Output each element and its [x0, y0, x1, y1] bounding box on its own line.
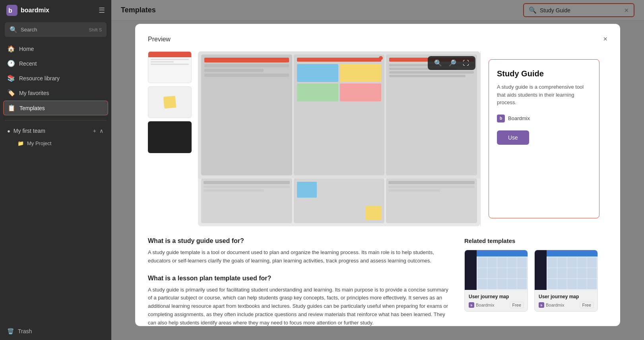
- recent-icon: 🕐: [7, 60, 15, 67]
- modal-overlay: Preview ×: [111, 0, 644, 340]
- trash-icon: 🗑️: [7, 328, 14, 334]
- boardmix-logo-icon: b: [6, 5, 17, 16]
- related-card-image-2: [535, 250, 597, 290]
- main-content: Templates 🔍 ✕ Preview ×: [111, 0, 644, 340]
- thumb-content: [148, 57, 191, 68]
- ujm-sidebar: [465, 250, 477, 290]
- rel-author-logo-2: b: [539, 302, 544, 308]
- what-section-title: What is a study guide used for?: [148, 237, 448, 245]
- ujm-grid-2: [547, 256, 597, 290]
- sidebar-item-templates[interactable]: 📋 Templates: [3, 101, 108, 115]
- related-card-name-1: User journey map: [469, 294, 524, 299]
- related-title: Related templates: [464, 237, 607, 244]
- related-card-image-1: [465, 250, 528, 290]
- rel-author-name-2: Boardmix: [546, 303, 564, 307]
- team-name: My first team: [14, 128, 45, 134]
- preview-modal: Preview ×: [135, 24, 620, 326]
- zoom-in-button[interactable]: 🔍: [431, 58, 445, 68]
- trash-label: Trash: [18, 328, 32, 334]
- sidebar-item-favorites[interactable]: 🏷️ My favorites: [3, 86, 108, 100]
- sidebar-item-label: Home: [19, 46, 34, 52]
- ujm-sidebar-2: [535, 250, 547, 290]
- related-card-info-2: User journey map b Boardmix Free: [535, 290, 597, 311]
- rel-author-name-1: Boardmix: [476, 303, 494, 307]
- related-card-2[interactable]: User journey map b Boardmix Free: [534, 250, 598, 312]
- related-author-2: b Boardmix: [539, 302, 564, 308]
- search-icon: 🔍: [10, 26, 17, 33]
- templates-icon: 📋: [8, 104, 16, 112]
- template-description: A study guide is a comprehensive tool th…: [497, 83, 591, 107]
- template-author: b Boardmix: [497, 115, 591, 122]
- rel-author-logo-1: b: [469, 302, 474, 308]
- search-label: Search: [21, 27, 86, 33]
- team-actions: + ∧: [92, 127, 104, 135]
- fullscreen-button[interactable]: ⛶: [460, 58, 472, 68]
- preview-area: 🔍 🔎 ⛶: [148, 51, 607, 226]
- sidebar-trash-area: 🗑️ Trash: [0, 323, 111, 340]
- lesson-section-title: What is a lesson plan template used for?: [148, 275, 448, 282]
- related-card-footer-1: b Boardmix Free: [469, 302, 524, 308]
- author-logo: b: [497, 115, 505, 122]
- logo: b boardmix: [6, 5, 49, 16]
- search-shortcut: Shift S: [89, 27, 102, 32]
- canvas-controls: 🔍 🔎 ⛶: [428, 56, 475, 70]
- sidebar-item-label: Resource library: [19, 75, 60, 82]
- sidebar-item-home[interactable]: 🏠 Home: [3, 42, 108, 56]
- sidebar-divider: [5, 120, 107, 120]
- thumb-line: [151, 64, 189, 65]
- library-icon: 📚: [7, 74, 15, 82]
- what-section-text: A study guide template is a tool or docu…: [148, 249, 448, 265]
- svg-text:b: b: [8, 7, 12, 14]
- modal-header: Preview ×: [148, 35, 607, 43]
- ujm-header-2: [547, 250, 597, 256]
- add-team-button[interactable]: +: [92, 127, 97, 135]
- sidebar-logo-area: b boardmix ☰: [0, 0, 111, 21]
- related-card-footer-2: b Boardmix Free: [539, 302, 594, 308]
- related-cards: User journey map b Boardmix Free: [464, 250, 607, 312]
- project-icon: 📁: [17, 140, 24, 146]
- modal-right-content: Related templates: [464, 237, 607, 326]
- sidebar-item-project[interactable]: 📁 My Project: [3, 138, 108, 149]
- team-icon: ●: [7, 128, 10, 134]
- thumb-line: [151, 61, 174, 62]
- thumbnail-3[interactable]: [148, 121, 192, 153]
- preview-canvas: 🔍 🔎 ⛶: [198, 51, 480, 226]
- free-badge-1: Free: [510, 302, 524, 308]
- zoom-out-button[interactable]: 🔎: [445, 58, 460, 68]
- project-name: My Project: [27, 140, 51, 146]
- sidebar-item-label: My favorites: [19, 90, 49, 96]
- sidebar-item-label: Recent: [19, 60, 37, 67]
- sidebar-item-label: Templates: [19, 105, 45, 111]
- app-name: boardmix: [21, 7, 49, 14]
- favorites-icon: 🏷️: [7, 89, 15, 97]
- ujm-grid: [477, 256, 528, 290]
- use-template-button[interactable]: Use: [497, 130, 529, 145]
- modal-title: Preview: [148, 36, 171, 43]
- sidebar: b boardmix ☰ 🔍 Search Shift S 🏠 Home 🕐 R…: [0, 0, 111, 340]
- sidebar-search[interactable]: 🔍 Search Shift S: [5, 22, 107, 37]
- related-card-name-2: User journey map: [539, 294, 594, 299]
- thumb-line: [151, 59, 189, 60]
- modal-close-button[interactable]: ×: [603, 35, 607, 43]
- author-name: Boardmix: [508, 115, 530, 121]
- related-author-1: b Boardmix: [469, 302, 494, 308]
- free-badge-2: Free: [580, 302, 594, 308]
- template-info-box: Study Guide A study guide is a comprehen…: [489, 59, 599, 218]
- preview-thumbnails: [148, 51, 192, 226]
- sidebar-nav: 🏠 Home 🕐 Recent 📚 Resource library 🏷️ My…: [0, 40, 111, 117]
- collapse-team-button[interactable]: ∧: [99, 127, 104, 135]
- template-name: Study Guide: [497, 69, 591, 78]
- preview-main-area: 🔍 🔎 ⛶: [198, 51, 607, 226]
- sidebar-item-trash[interactable]: 🗑️ Trash: [7, 326, 104, 337]
- sidebar-team[interactable]: ● My first team + ∧: [3, 124, 108, 138]
- menu-icon[interactable]: ☰: [99, 6, 105, 15]
- thumbnail-1[interactable]: [148, 51, 192, 83]
- modal-body: What is a study guide used for? A study …: [148, 237, 607, 326]
- thumb-header-bar: [148, 52, 191, 57]
- sidebar-item-resource-library[interactable]: 📚 Resource library: [3, 71, 108, 85]
- thumbnail-2[interactable]: [148, 86, 192, 118]
- related-card-info-1: User journey map b Boardmix Free: [465, 290, 528, 311]
- lesson-section-text: A study guide is primarily used for faci…: [148, 286, 448, 326]
- related-card-1[interactable]: User journey map b Boardmix Free: [464, 250, 528, 312]
- sidebar-item-recent[interactable]: 🕐 Recent: [3, 56, 108, 70]
